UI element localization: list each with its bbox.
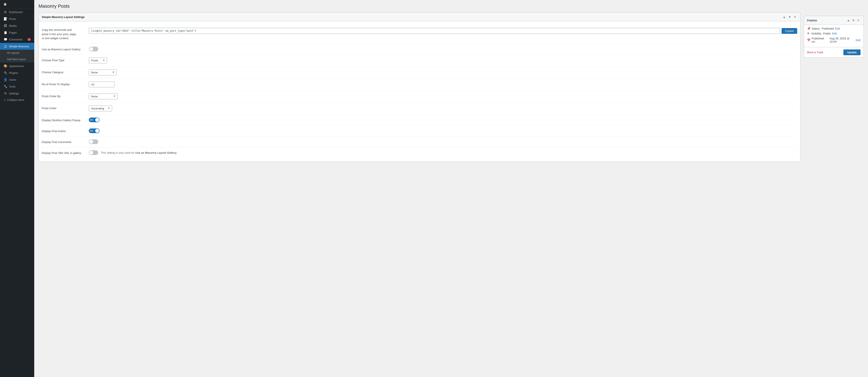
sidebar-item-comments[interactable]: 💬 Comments 3 [0, 36, 34, 43]
display-post-author-label: Display Post Author [42, 128, 89, 133]
display-post-comments-label: Display Post Comments [42, 139, 89, 144]
publish-close-button[interactable]: ✕ [856, 18, 861, 23]
collapse-menu-button[interactable]: ◁ Collapse menu [0, 97, 34, 103]
published-edit-link[interactable]: Edit [856, 38, 861, 42]
status-edit-link[interactable]: Edit [835, 27, 840, 30]
sidebar-item-label: Add New Layout [7, 58, 26, 61]
appearance-icon: 🎨 [3, 64, 7, 68]
no-of-posts-row: No.of Posts To Display [42, 79, 797, 91]
choose-post-type-control: Posts Pages Custom [89, 58, 797, 63]
sidebar-item-media[interactable]: 🖼 Media [0, 22, 34, 29]
visibility-label: Visibility: [811, 32, 822, 35]
sidebar-item-label: All Layouts [7, 51, 20, 54]
sidebar-item-all-layouts[interactable]: All Layouts [0, 50, 34, 56]
posts-order-by-select[interactable]: None Date Title Author Comment Count Ran… [89, 93, 118, 99]
shortcode-input[interactable] [89, 28, 780, 34]
comments-icon: 💬 [3, 38, 7, 41]
widget-collapse-down-button[interactable]: ▼ [787, 15, 792, 19]
posts-order-by-control: None Date Title Author Comment Count Ran… [89, 93, 797, 99]
publish-title: Publish [807, 19, 817, 22]
publish-header-controls: ▲ ▼ ✕ [846, 18, 861, 23]
display-post-title-url-row: Display Post Title URL in gallery This s… [42, 147, 797, 158]
display-darkbox-control: ON [89, 118, 797, 122]
sidebar-item-label: Posts [9, 17, 16, 21]
sidebar-item-label: Users [9, 78, 16, 81]
sidebar-item-tools[interactable]: 🔧 Tools [0, 83, 34, 90]
display-post-author-row: Display Post Author ON [42, 125, 797, 136]
visibility-value: Public [823, 32, 831, 35]
toggle-on-text: ON [90, 119, 93, 121]
publish-collapse-up-button[interactable]: ▲ [846, 18, 851, 23]
page-title: Masonry Posts [38, 3, 864, 9]
posts-icon: 📝 [3, 17, 7, 21]
status-label: Status: [812, 27, 820, 30]
publish-panel: Publish ▲ ▼ ✕ 📌 Status: Published Edit [804, 12, 864, 164]
choose-post-type-select[interactable]: Posts Pages Custom [89, 58, 107, 63]
sidebar-item-label: Plugins [9, 71, 18, 75]
sidebar-item-plugins[interactable]: 🔌 Plugins [0, 69, 34, 76]
dashboard-icon: ⊞ [3, 10, 7, 14]
sidebar-item-pages[interactable]: 📋 Pages [0, 29, 34, 36]
publish-actions: Move to Trash Update [804, 47, 864, 57]
status-flag-icon: 📌 [807, 27, 810, 30]
sidebar-item-add-new-layout[interactable]: Add New Layout [0, 56, 34, 62]
plugins-icon: 🔌 [3, 71, 7, 75]
sidebar-item-dashboard[interactable]: ⊞ Dashboard [0, 8, 34, 16]
collapse-label: Collapse menu [7, 98, 24, 102]
no-of-posts-label: No.of Posts To Display [42, 82, 89, 86]
users-icon: 👤 [3, 78, 7, 81]
toggle-on-text-2: ON [90, 130, 93, 132]
sidebar-item-label: Appearance [9, 64, 24, 68]
calendar-icon: 📅 [807, 38, 810, 42]
display-darkbox-toggle[interactable]: ON [89, 118, 99, 122]
display-post-comments-control [89, 139, 797, 144]
posts-order-select[interactable]: Ascending Descending [89, 106, 112, 111]
sidebar-item-label: Media [9, 24, 17, 27]
publish-body: 📌 Status: Published Edit 👁 Visibility: P… [804, 25, 864, 47]
masonry-settings-widget: Simple Masonry Layout Settings ▲ ▼ ✕ Cop… [38, 12, 800, 162]
choose-post-type-row: Choose Post Type Posts Pages Custom [42, 55, 797, 66]
copy-shortcode-button[interactable]: Copied [781, 28, 797, 34]
display-post-title-url-control: This setting is only used for Use as Mas… [89, 150, 797, 155]
toggle-track-off [89, 47, 98, 51]
display-post-author-control: ON [89, 128, 797, 133]
display-post-author-toggle-container: ON [89, 128, 797, 133]
toggle-thumb [89, 47, 93, 51]
sidebar-item-settings[interactable]: ⚙ Settings [0, 90, 34, 97]
sidebar-logo: 🏠 [0, 0, 34, 8]
choose-post-type-label: Choose Post Type [42, 58, 89, 62]
sidebar-item-label: Dashboard [9, 10, 23, 14]
widget-close-button[interactable]: ✕ [793, 15, 797, 19]
simple-masonry-icon: ◫ [3, 45, 7, 48]
choose-category-select[interactable]: None Uncategorized News Blog [89, 69, 117, 75]
publish-collapse-down-button[interactable]: ▼ [851, 18, 856, 23]
settings-icon: ⚙ [3, 92, 7, 95]
use-as-gallery-label: Use as Masonry Layout Gallery [42, 47, 89, 51]
update-button[interactable]: Update [843, 50, 861, 55]
widget-header-controls: ▲ ▼ ✕ [782, 15, 797, 19]
display-post-comments-toggle[interactable] [89, 139, 98, 144]
sidebar-item-label: Comments [9, 38, 23, 41]
content-area: Simple Masonry Layout Settings ▲ ▼ ✕ Cop… [38, 12, 864, 164]
status-value: Published [822, 27, 834, 30]
publish-header: Publish ▲ ▼ ✕ [804, 16, 864, 25]
display-post-title-url-label: Display Post Title URL in gallery [42, 150, 89, 155]
use-as-gallery-toggle[interactable] [89, 47, 98, 51]
toggle-thumb-3 [89, 140, 93, 144]
choose-category-control: None Uncategorized News Blog [89, 69, 797, 75]
display-post-title-url-note: This setting is only used for Use as Mas… [101, 151, 177, 154]
no-of-posts-input[interactable] [89, 82, 115, 87]
sidebar-item-label: Settings [9, 92, 19, 95]
toggle-thumb-4 [89, 151, 93, 154]
sidebar-item-users[interactable]: 👤 Users [0, 76, 34, 83]
sidebar-item-simple-masonry[interactable]: ◫ Simple Masonry [0, 43, 34, 50]
visibility-edit-link[interactable]: Edit [832, 32, 837, 35]
display-post-title-url-toggle[interactable] [89, 150, 98, 155]
widget-collapse-up-button[interactable]: ▲ [782, 15, 786, 19]
sidebar-item-appearance[interactable]: 🎨 Appearance [0, 62, 34, 69]
move-to-trash-link[interactable]: Move to Trash [807, 51, 823, 54]
display-post-author-toggle[interactable]: ON [89, 128, 99, 133]
sidebar-item-posts[interactable]: 📝 Posts [0, 16, 34, 22]
publish-visibility-row: 👁 Visibility: Public Edit [807, 32, 861, 35]
toggle-track-on: ON [89, 118, 99, 122]
